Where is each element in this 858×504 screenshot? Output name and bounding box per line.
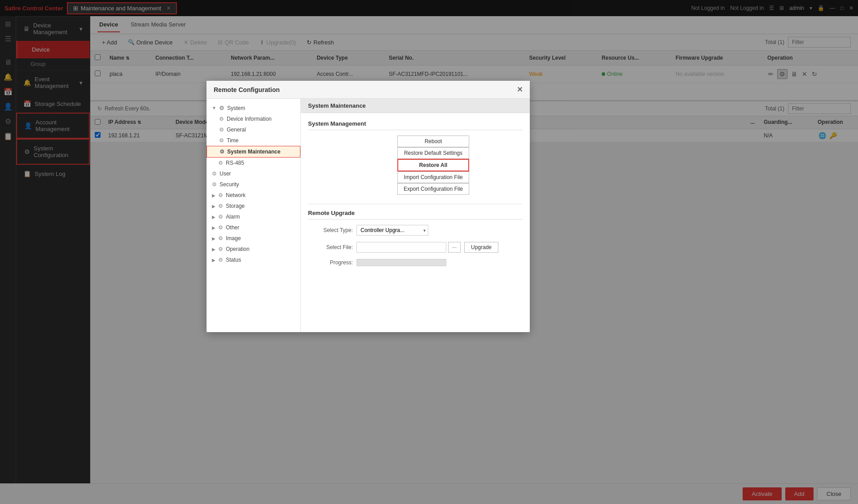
device-info-label: Device Information: [227, 116, 272, 122]
content-header: System Maintenance: [301, 99, 530, 113]
sys-maintenance-label: System Maintenance: [227, 149, 281, 155]
select-type-row: Select Type: Controller Upgra...: [308, 225, 523, 236]
file-input-group: ···: [356, 242, 461, 253]
remote-config-modal: Remote Configuration ✕ ▼ ⚙ System ⚙ Devi…: [207, 81, 530, 332]
status-icon: ⚙: [218, 257, 223, 263]
image-icon: ⚙: [218, 235, 223, 241]
tree-item-general[interactable]: ⚙ General: [207, 124, 300, 135]
status-expand-icon: ▶: [212, 258, 216, 263]
general-icon: ⚙: [219, 127, 224, 133]
network-label: Network: [226, 192, 246, 198]
import-config-button[interactable]: Import Configuration File: [397, 171, 469, 183]
image-expand-icon: ▶: [212, 236, 216, 241]
security-tree-icon: ⚙: [212, 181, 217, 188]
content-body: System Management Reboot Restore Default…: [301, 113, 530, 280]
tree-item-rs485[interactable]: ▶ ⚙ RS-485: [207, 158, 300, 168]
reboot-button[interactable]: Reboot: [397, 136, 469, 147]
operation-label: Operation: [226, 246, 250, 252]
system-management-title: System Management: [308, 120, 523, 130]
device-info-icon: ⚙: [219, 116, 224, 122]
progress-bar: [356, 259, 446, 266]
system-expand-icon: ▼: [212, 105, 216, 110]
select-type-label: Select Type:: [308, 227, 353, 233]
tree-item-time[interactable]: ⚙ Time: [207, 135, 300, 146]
tree-item-storage[interactable]: ▶ ⚙ Storage: [207, 201, 300, 211]
tree-item-alarm[interactable]: ▶ ⚙ Alarm: [207, 211, 300, 222]
operation-expand-icon: ▶: [212, 247, 216, 252]
tree-item-system-maintenance[interactable]: ⚙ System Maintenance: [207, 146, 300, 158]
file-path-input[interactable]: [356, 242, 446, 253]
tree-item-status[interactable]: ▶ ⚙ Status: [207, 254, 300, 265]
progress-row: Progress:: [308, 259, 523, 266]
modal-title: Remote Configuration: [214, 86, 280, 93]
tree-panel: ▼ ⚙ System ⚙ Device Information ⚙ Genera…: [207, 99, 301, 332]
storage-tree-label: Storage: [226, 203, 245, 209]
restore-default-button[interactable]: Restore Default Settings: [397, 147, 469, 159]
storage-tree-icon: ⚙: [218, 203, 223, 209]
time-icon: ⚙: [219, 137, 224, 144]
other-icon: ⚙: [218, 224, 223, 231]
sys-maintenance-icon: ⚙: [220, 149, 224, 155]
modal-overlay: Remote Configuration ✕ ▼ ⚙ System ⚙ Devi…: [0, 0, 858, 504]
select-type-dropdown[interactable]: Controller Upgra...: [356, 225, 428, 236]
remote-upgrade-title: Remote Upgrade: [308, 210, 523, 219]
select-file-label: Select File:: [308, 244, 353, 250]
content-panel: System Maintenance System Management Reb…: [301, 99, 530, 332]
restore-all-button[interactable]: Restore All: [397, 159, 469, 171]
file-browse-button[interactable]: ···: [448, 242, 461, 253]
tree-item-operation[interactable]: ▶ ⚙ Operation: [207, 244, 300, 254]
export-config-button[interactable]: Export Configuration File: [397, 183, 469, 195]
tree-item-user[interactable]: ⚙ User: [207, 168, 300, 179]
image-label: Image: [226, 235, 241, 241]
tree-item-image[interactable]: ▶ ⚙ Image: [207, 233, 300, 244]
alarm-icon: ⚙: [218, 214, 223, 220]
select-type-wrapper: Controller Upgra...: [356, 225, 428, 236]
tree-item-device-info[interactable]: ⚙ Device Information: [207, 114, 300, 124]
system-management-buttons: Reboot Restore Default Settings Restore …: [344, 136, 523, 195]
network-expand-icon: ▶: [212, 193, 216, 198]
system-icon: ⚙: [219, 105, 224, 111]
modal-body: ▼ ⚙ System ⚙ Device Information ⚙ Genera…: [207, 99, 530, 332]
select-file-row: Select File: ··· Upgrade: [308, 242, 523, 253]
network-icon: ⚙: [218, 192, 223, 198]
tree-item-security[interactable]: ⚙ Security: [207, 179, 300, 190]
tree-item-system[interactable]: ▼ ⚙ System: [207, 102, 300, 114]
alarm-label: Alarm: [226, 214, 240, 220]
alarm-expand-icon: ▶: [212, 215, 216, 219]
system-label: System: [227, 105, 245, 111]
status-label: Status: [226, 257, 241, 263]
rs485-label: RS-485: [226, 160, 244, 166]
user-tree-icon: ⚙: [212, 171, 217, 177]
user-tree-label: User: [220, 171, 231, 177]
other-expand-icon: ▶: [212, 225, 216, 230]
section-divider: [308, 204, 523, 204]
modal-close-button[interactable]: ✕: [517, 85, 523, 94]
upgrade-execute-button[interactable]: Upgrade: [464, 242, 498, 253]
tree-item-other[interactable]: ▶ ⚙ Other: [207, 222, 300, 233]
other-label: Other: [226, 224, 239, 231]
storage-expand-icon: ▶: [212, 204, 216, 209]
time-label: Time: [227, 137, 238, 144]
modal-header: Remote Configuration ✕: [207, 81, 530, 99]
tree-item-network[interactable]: ▶ ⚙ Network: [207, 190, 300, 201]
general-label: General: [227, 127, 246, 133]
rs485-icon: ⚙: [218, 160, 223, 166]
security-tree-label: Security: [220, 181, 239, 188]
progress-label: Progress:: [308, 259, 353, 266]
operation-icon: ⚙: [218, 246, 223, 252]
